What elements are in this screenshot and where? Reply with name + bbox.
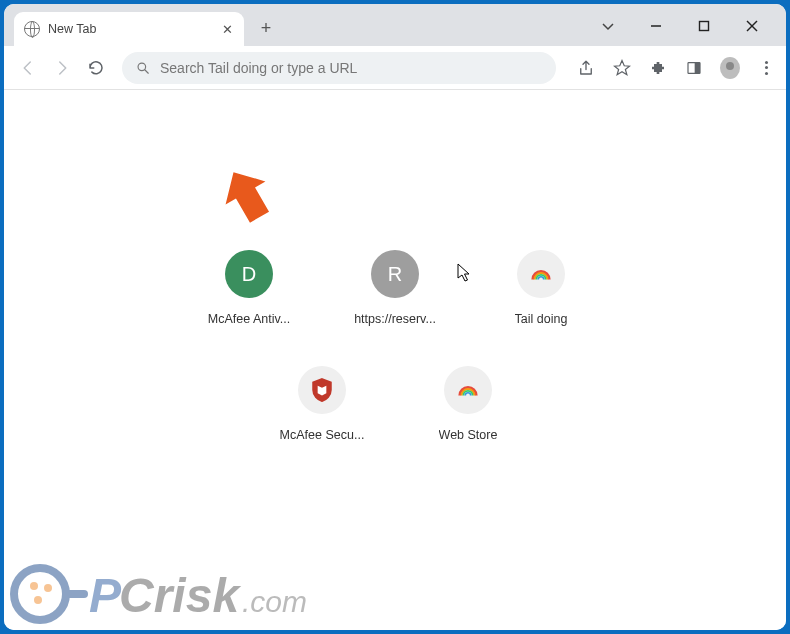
minimize-button[interactable] [642, 20, 670, 32]
profile-button[interactable] [720, 58, 740, 78]
annotation-arrow [214, 164, 284, 238]
close-window-button[interactable] [738, 20, 766, 32]
sidepanel-button[interactable] [684, 58, 704, 78]
forward-button[interactable] [48, 54, 76, 82]
shortcut-icon [444, 366, 492, 414]
bookmark-button[interactable] [612, 58, 632, 78]
shortcut-icon: R [371, 250, 419, 298]
window-controls [578, 8, 782, 44]
avatar-icon [720, 57, 740, 79]
svg-line-5 [145, 69, 149, 73]
content-area: D McAfee Antiv... R https://reserv... [4, 90, 786, 630]
svg-rect-1 [700, 22, 709, 31]
shortcut-tail-doing[interactable]: Tail doing [496, 250, 586, 326]
toolbar-actions [568, 58, 776, 78]
menu-dots-icon [765, 61, 768, 75]
shortcut-icon: D [225, 250, 273, 298]
shortcut-row-2: McAfee Secu... Web Store [277, 366, 513, 442]
tab-search-button[interactable] [594, 20, 622, 32]
browser-window: New Tab ✕ + Search Tail doing or type a … [4, 4, 786, 630]
toolbar: Search Tail doing or type a URL [4, 46, 786, 90]
shortcut-row-1: D McAfee Antiv... R https://reserv... [204, 250, 586, 326]
shortcut-icon [298, 366, 346, 414]
close-tab-button[interactable]: ✕ [220, 22, 234, 36]
shortcut-label: McAfee Secu... [280, 428, 365, 442]
rainbow-icon [530, 263, 552, 285]
shortcut-label: Web Store [439, 428, 498, 442]
shortcut-label: Tail doing [515, 312, 568, 326]
svg-rect-7 [695, 62, 700, 73]
search-icon [136, 61, 150, 75]
maximize-button[interactable] [690, 20, 718, 32]
back-button[interactable] [14, 54, 42, 82]
shortcut-web-store[interactable]: Web Store [423, 366, 513, 442]
tab-title: New Tab [48, 22, 212, 36]
omnibox-placeholder: Search Tail doing or type a URL [160, 60, 542, 76]
shortcut-reserv[interactable]: R https://reserv... [350, 250, 440, 326]
rainbow-icon [457, 379, 479, 401]
shield-icon [309, 377, 335, 403]
new-tab-button[interactable]: + [252, 14, 280, 42]
menu-button[interactable] [756, 58, 776, 78]
extensions-button[interactable] [648, 58, 668, 78]
browser-tab[interactable]: New Tab ✕ [14, 12, 244, 46]
reload-button[interactable] [82, 54, 110, 82]
share-button[interactable] [576, 58, 596, 78]
shortcuts-grid: D McAfee Antiv... R https://reserv... [204, 250, 586, 442]
omnibox[interactable]: Search Tail doing or type a URL [122, 52, 556, 84]
shortcut-label: McAfee Antiv... [208, 312, 290, 326]
shortcut-icon [517, 250, 565, 298]
shortcut-mcafee-secu[interactable]: McAfee Secu... [277, 366, 367, 442]
globe-icon [24, 21, 40, 37]
shortcut-label: https://reserv... [354, 312, 436, 326]
shortcut-mcafee-antiv[interactable]: D McAfee Antiv... [204, 250, 294, 326]
